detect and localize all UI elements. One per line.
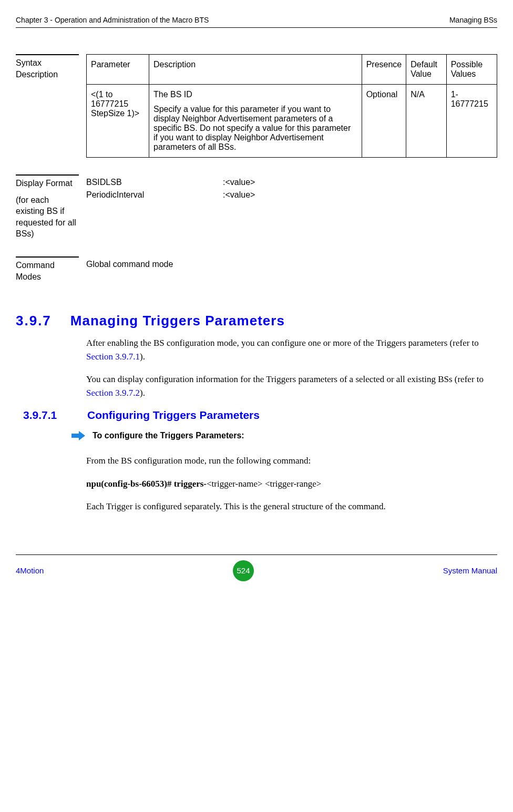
- cell-possible: 1-16777215: [446, 85, 497, 158]
- syntax-description-label: Syntax Description: [16, 57, 79, 80]
- cell-description: The BS ID Specify a value for this param…: [149, 85, 362, 158]
- col-parameter: Parameter: [87, 55, 149, 85]
- link-section-3972[interactable]: Section 3.9.7.2: [86, 388, 140, 398]
- display-format-label: Display Format: [16, 178, 79, 189]
- section-rule: [16, 256, 79, 258]
- para-397-2: You can display configuration informatio…: [86, 373, 497, 399]
- para-text: After enabling the BS configuration mode…: [86, 338, 479, 348]
- syntax-table: Parameter Description Presence Default V…: [86, 54, 497, 158]
- page-header: Chapter 3 - Operation and Administration…: [16, 16, 497, 28]
- section-title-397: Managing Triggers Parameters: [70, 313, 285, 329]
- section-title-3971: Configuring Triggers Parameters: [87, 409, 260, 422]
- para-text: You can display configuration informatio…: [86, 374, 484, 384]
- section-number-3971: 3.9.7.1: [23, 409, 68, 422]
- table-header-row: Parameter Description Presence Default V…: [87, 55, 497, 85]
- header-left: Chapter 3 - Operation and Administration…: [16, 16, 209, 24]
- command-line: npu(config-bs-66053)# triggers-<trigger-…: [86, 477, 497, 491]
- display-row: PeriodicInterval :<value>: [86, 190, 497, 200]
- page-number-badge: 524: [233, 560, 254, 581]
- para-text: ).: [140, 352, 145, 362]
- page-footer: 4Motion 524 System Manual: [16, 554, 497, 581]
- para-397-1: After enabling the BS configuration mode…: [86, 336, 497, 363]
- header-right: Managing BSs: [449, 16, 497, 24]
- cell-parameter: <(1 to 16777215 StepSize 1)>: [87, 85, 149, 158]
- table-row: <(1 to 16777215 StepSize 1)> The BS ID S…: [87, 85, 497, 158]
- col-possible: Possible Values: [446, 55, 497, 85]
- col-description: Description: [149, 55, 362, 85]
- link-section-3971[interactable]: Section 3.9.7.1: [86, 352, 140, 362]
- command-modes-value: Global command mode: [86, 260, 173, 269]
- cell-default: N/A: [406, 85, 446, 158]
- para-3971-2: Each Trigger is configured separately. T…: [86, 500, 497, 513]
- section-rule: [16, 174, 79, 176]
- footer-right: System Manual: [443, 566, 497, 575]
- cmd-args: <trigger-name> <trigger-range>: [207, 479, 321, 489]
- col-default: Default Value: [406, 55, 446, 85]
- cell-presence: Optional: [362, 85, 406, 158]
- display-format-sublabel: (for each existing BS if requested for a…: [16, 194, 79, 240]
- svg-marker-0: [71, 431, 85, 440]
- display-row: BSIDLSB :<value>: [86, 178, 497, 187]
- para-text: ).: [140, 388, 145, 398]
- desc-line2: Specify a value for this parameter if yo…: [153, 105, 357, 152]
- footer-left: 4Motion: [16, 566, 44, 575]
- cmd-bold: npu(config-bs-66053)# triggers-: [86, 479, 207, 489]
- arrow-right-icon: [71, 431, 85, 440]
- desc-line1: The BS ID: [153, 90, 357, 99]
- para-3971-1: From the BS configuration mode, run the …: [86, 454, 497, 468]
- kv-label-periodic: PeriodicInterval: [86, 190, 223, 200]
- section-rule: [16, 54, 79, 55]
- col-presence: Presence: [362, 55, 406, 85]
- kv-label-bsidlsb: BSIDLSB: [86, 178, 223, 187]
- to-configure-label: To configure the Triggers Parameters:: [93, 431, 244, 440]
- command-modes-label: Command Modes: [16, 260, 79, 282]
- kv-val-periodic: :<value>: [223, 190, 255, 200]
- section-number-397: 3.9.7: [16, 313, 52, 329]
- kv-val-bsidlsb: :<value>: [223, 178, 255, 187]
